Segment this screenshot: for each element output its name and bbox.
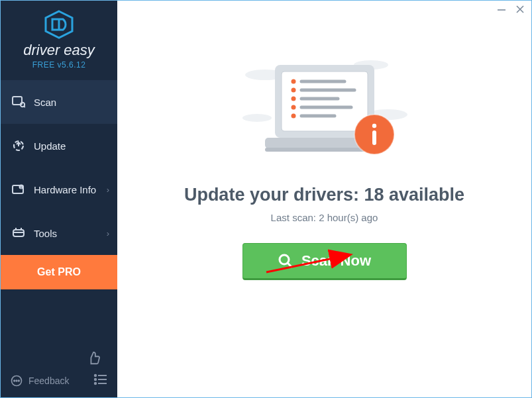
headline-prefix: Update your drivers:	[184, 185, 364, 205]
feedback-label: Feedback	[28, 375, 69, 386]
sidebar: driver easy FREE v5.6.12 Scan Update i	[1, 1, 117, 397]
thumbs-up-icon[interactable]	[87, 351, 101, 368]
sidebar-bottom: Feedback	[1, 346, 117, 397]
hardware-info-icon: i	[11, 183, 26, 195]
tools-icon	[11, 227, 26, 239]
svg-point-38	[291, 97, 295, 101]
scan-now-label: Scan Now	[301, 252, 371, 270]
svg-point-13	[19, 380, 20, 381]
svg-line-4	[24, 106, 25, 107]
svg-point-11	[14, 380, 15, 381]
update-icon	[11, 139, 26, 152]
version-label: FREE v5.6.12	[1, 60, 117, 70]
svg-line-46	[288, 264, 292, 268]
menu-icon[interactable]	[93, 373, 108, 388]
headline: Update your drivers: 18 available	[117, 185, 531, 205]
nav-tools[interactable]: Tools ›	[1, 211, 117, 255]
svg-point-37	[291, 88, 295, 93]
scan-now-button[interactable]: Scan Now	[242, 243, 407, 280]
sidebar-spacer	[1, 289, 117, 346]
main-panel: Update your drivers: 18 available Last s…	[117, 1, 531, 397]
nav-update[interactable]: Update	[1, 124, 117, 168]
scan-icon	[11, 96, 26, 108]
svg-point-39	[291, 105, 295, 110]
headline-suffix: available	[384, 185, 465, 205]
nav: Scan Update i Hardware Info › Tools	[1, 80, 117, 255]
available-count: 18	[364, 185, 384, 205]
close-button[interactable]	[515, 5, 525, 16]
nav-label: Update	[34, 140, 66, 152]
get-pro-button[interactable]: Get PRO	[1, 255, 117, 289]
nav-hardware-info[interactable]: i Hardware Info ›	[1, 168, 117, 211]
nav-scan[interactable]: Scan	[1, 80, 117, 124]
feedback-icon	[10, 374, 23, 387]
svg-point-14	[95, 375, 96, 376]
logo-block: driver easy FREE v5.6.12	[1, 1, 117, 76]
nav-label: Scan	[34, 97, 56, 108]
chevron-right-icon: ›	[107, 228, 109, 238]
svg-point-16	[95, 379, 96, 380]
svg-point-40	[291, 114, 295, 119]
last-scan-label: Last scan: 2 hour(s) ago	[117, 212, 531, 223]
svg-point-18	[95, 383, 96, 384]
svg-point-43	[372, 124, 376, 128]
search-icon	[278, 253, 293, 269]
app-window: driver easy FREE v5.6.12 Scan Update i	[1, 1, 531, 397]
get-pro-label: Get PRO	[37, 266, 81, 278]
feedback-button[interactable]: Feedback	[10, 374, 69, 387]
svg-point-26	[242, 114, 272, 122]
minimize-button[interactable]	[497, 5, 506, 16]
svg-point-36	[291, 79, 295, 84]
logo-icon	[43, 10, 75, 39]
laptop-illustration	[239, 48, 411, 168]
svg-rect-44	[372, 130, 376, 145]
chevron-right-icon: ›	[107, 185, 109, 195]
nav-label: Hardware Info	[34, 184, 96, 195]
window-controls	[497, 5, 525, 16]
svg-point-12	[16, 380, 17, 381]
brand-name: driver easy	[1, 42, 117, 59]
nav-label: Tools	[34, 228, 57, 239]
